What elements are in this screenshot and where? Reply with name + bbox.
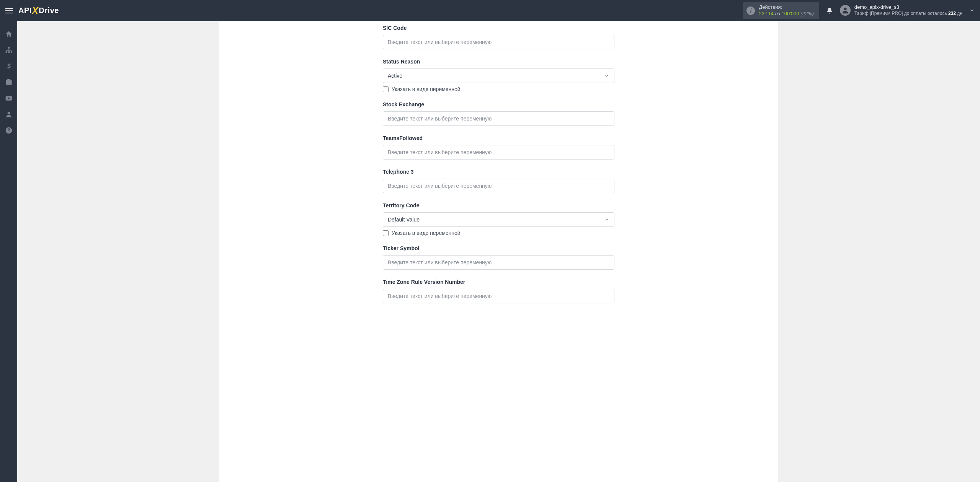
input-teams-followed[interactable] <box>383 145 614 160</box>
svg-point-0 <box>844 8 846 10</box>
user-icon <box>5 111 13 118</box>
input-tz-rule-version[interactable] <box>383 289 614 303</box>
field-status-reason: Status Reason Active Указать в виде пере… <box>383 59 614 92</box>
select-territory-code[interactable]: Default Value <box>383 212 614 227</box>
checkbox-label-status-reason: Указать в виде переменной <box>392 86 461 92</box>
actions-max: 100'000 <box>782 11 799 16</box>
dollar-icon <box>5 62 13 70</box>
logo-part1: API <box>18 6 32 15</box>
field-ticker-symbol: Ticker Symbol <box>383 245 614 270</box>
menu-toggle-button[interactable] <box>5 8 13 13</box>
input-stock-exchange[interactable] <box>383 111 614 126</box>
field-territory-code: Territory Code Default Value Указать в в… <box>383 202 614 236</box>
label-ticker-symbol: Ticker Symbol <box>383 245 614 251</box>
label-sic-code: SIC Code <box>383 25 614 31</box>
select-status-reason-value: Active <box>388 73 402 79</box>
svg-point-6 <box>7 112 10 114</box>
main: SIC Code Status Reason Active Указать в … <box>17 21 980 482</box>
sidebar-item-workspace[interactable] <box>0 75 17 90</box>
sidebar-item-account[interactable] <box>0 107 17 122</box>
sidebar-item-help[interactable] <box>0 123 17 138</box>
actions-count: 22'114 <box>759 11 774 16</box>
actions-text: Действия: 22'114 из 100'000 (22%) <box>759 4 813 17</box>
label-status-reason: Status Reason <box>383 59 614 65</box>
sidebar-item-connections[interactable] <box>0 42 17 58</box>
topbar-right: i Действия: 22'114 из 100'000 (22%) demo… <box>743 2 975 20</box>
svg-rect-3 <box>8 51 10 53</box>
checkbox-label-territory-code: Указать в виде переменной <box>392 230 461 236</box>
actions-pct: (22%) <box>800 11 814 16</box>
field-stock-exchange: Stock Exchange <box>383 101 614 126</box>
avatar-icon <box>840 5 851 16</box>
briefcase-icon <box>5 78 13 86</box>
user-text: demo_apix-drive_s3 Тариф |Премиум PRO| д… <box>854 4 962 16</box>
input-sic-code[interactable] <box>383 35 614 49</box>
notifications-button[interactable] <box>826 7 833 14</box>
svg-rect-1 <box>8 47 10 49</box>
bell-icon <box>826 7 833 14</box>
select-territory-code-value: Default Value <box>388 217 420 223</box>
logo-part2: Drive <box>39 6 59 15</box>
user-name: demo_apix-drive_s3 <box>854 4 962 11</box>
checkbox-row-status-reason: Указать в виде переменной <box>383 86 614 92</box>
help-icon <box>5 127 13 134</box>
home-icon <box>5 30 13 38</box>
chevron-down-icon <box>604 217 609 222</box>
topbar: APIXDrive i Действия: 22'114 из 100'000 … <box>0 0 980 21</box>
label-teams-followed: TeamsFollowed <box>383 135 614 141</box>
svg-rect-4 <box>11 51 12 53</box>
chevron-down-icon <box>969 8 975 13</box>
select-status-reason[interactable]: Active <box>383 68 614 83</box>
label-stock-exchange: Stock Exchange <box>383 101 614 107</box>
user-menu[interactable]: demo_apix-drive_s3 Тариф |Премиум PRO| д… <box>840 4 975 16</box>
svg-rect-2 <box>5 51 7 53</box>
sitemap-icon <box>5 46 13 54</box>
actions-counter[interactable]: i Действия: 22'114 из 100'000 (22%) <box>743 2 819 20</box>
checkbox-territory-code[interactable] <box>383 230 389 236</box>
actions-mid: из <box>775 11 780 16</box>
input-telephone-3[interactable] <box>383 179 614 193</box>
sidebar-item-home[interactable] <box>0 26 17 42</box>
logo[interactable]: APIXDrive <box>18 5 59 16</box>
label-territory-code: Territory Code <box>383 202 614 208</box>
logo-x: X <box>32 5 39 16</box>
sidebar-item-video[interactable] <box>0 91 17 106</box>
input-ticker-symbol[interactable] <box>383 255 614 270</box>
actions-label: Действия: <box>759 4 813 11</box>
label-tz-rule-version: Time Zone Rule Version Number <box>383 279 614 285</box>
form-container: SIC Code Status Reason Active Указать в … <box>383 25 614 303</box>
youtube-icon <box>5 94 13 102</box>
sidebar <box>0 21 17 482</box>
info-icon: i <box>746 7 755 15</box>
field-telephone-3: Telephone 3 <box>383 169 614 193</box>
user-tariff: Тариф |Премиум PRO| до оплаты осталось 2… <box>854 11 962 17</box>
label-telephone-3: Telephone 3 <box>383 169 614 175</box>
sidebar-item-billing[interactable] <box>0 59 17 74</box>
checkbox-row-territory-code: Указать в виде переменной <box>383 230 614 236</box>
checkbox-status-reason[interactable] <box>383 86 389 92</box>
field-sic-code: SIC Code <box>383 25 614 49</box>
field-tz-rule-version: Time Zone Rule Version Number <box>383 279 614 303</box>
form-card: SIC Code Status Reason Active Указать в … <box>219 21 778 482</box>
chevron-down-icon <box>604 73 609 78</box>
field-teams-followed: TeamsFollowed <box>383 135 614 160</box>
